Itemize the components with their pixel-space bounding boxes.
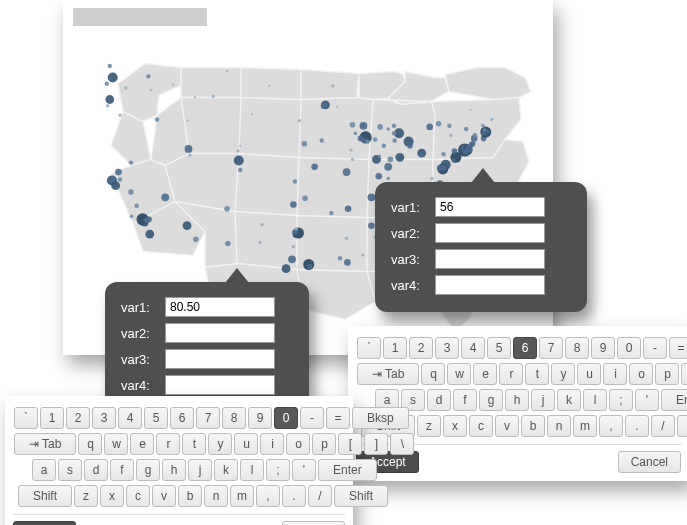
key-j[interactable]: j: [531, 389, 555, 411]
key-bksp[interactable]: Bksp: [352, 407, 409, 429]
key-9[interactable]: 9: [591, 337, 615, 359]
field-input[interactable]: [435, 275, 545, 295]
key-1[interactable]: 1: [383, 337, 407, 359]
key-k[interactable]: k: [557, 389, 581, 411]
key-k[interactable]: k: [214, 459, 238, 481]
key-[interactable]: =: [669, 337, 687, 359]
key-z[interactable]: z: [74, 485, 98, 507]
key-[interactable]: `: [14, 407, 38, 429]
key-v[interactable]: v: [495, 415, 519, 437]
key-[interactable]: .: [625, 415, 649, 437]
key-p[interactable]: p: [312, 433, 336, 455]
key-r[interactable]: r: [499, 363, 523, 385]
key-l[interactable]: l: [583, 389, 607, 411]
key-i[interactable]: i: [260, 433, 284, 455]
key-p[interactable]: p: [655, 363, 679, 385]
accept-button[interactable]: Accept: [13, 521, 76, 525]
key-n[interactable]: n: [547, 415, 571, 437]
cancel-button[interactable]: Cancel: [282, 521, 345, 525]
key-2[interactable]: 2: [66, 407, 90, 429]
key-5[interactable]: 5: [487, 337, 511, 359]
key-[interactable]: .: [282, 485, 306, 507]
field-input[interactable]: [165, 297, 275, 317]
key-2[interactable]: 2: [409, 337, 433, 359]
field-input[interactable]: [435, 223, 545, 243]
key-0[interactable]: 0: [617, 337, 641, 359]
key-0[interactable]: 0: [274, 407, 298, 429]
key-s[interactable]: s: [58, 459, 82, 481]
key-t[interactable]: t: [525, 363, 549, 385]
key-enter[interactable]: Enter: [661, 389, 687, 411]
key-h[interactable]: h: [505, 389, 529, 411]
key-d[interactable]: d: [427, 389, 451, 411]
cancel-button[interactable]: Cancel: [618, 451, 681, 473]
key-i[interactable]: i: [603, 363, 627, 385]
key-7[interactable]: 7: [196, 407, 220, 429]
key-[interactable]: ;: [266, 459, 290, 481]
key-[interactable]: ]: [364, 433, 388, 455]
field-input[interactable]: [165, 323, 275, 343]
key-e[interactable]: e: [130, 433, 154, 455]
key-[interactable]: -: [300, 407, 324, 429]
key-d[interactable]: d: [84, 459, 108, 481]
key-[interactable]: ': [292, 459, 316, 481]
key-[interactable]: =: [326, 407, 350, 429]
field-input[interactable]: [165, 375, 275, 395]
key-z[interactable]: z: [417, 415, 441, 437]
key-c[interactable]: c: [126, 485, 150, 507]
key-b[interactable]: b: [178, 485, 202, 507]
key-[interactable]: [: [681, 363, 687, 385]
key-v[interactable]: v: [152, 485, 176, 507]
key-y[interactable]: y: [208, 433, 232, 455]
key-3[interactable]: 3: [435, 337, 459, 359]
key-y[interactable]: y: [551, 363, 575, 385]
key-[interactable]: /: [308, 485, 332, 507]
key-shift[interactable]: Shift: [334, 485, 388, 507]
key-c[interactable]: c: [469, 415, 493, 437]
key-4[interactable]: 4: [118, 407, 142, 429]
key-m[interactable]: m: [230, 485, 254, 507]
key-[interactable]: \: [390, 433, 414, 455]
key-[interactable]: ,: [599, 415, 623, 437]
key-3[interactable]: 3: [92, 407, 116, 429]
key-g[interactable]: g: [479, 389, 503, 411]
key-enter[interactable]: Enter: [318, 459, 377, 481]
key-4[interactable]: 4: [461, 337, 485, 359]
key-f[interactable]: f: [453, 389, 477, 411]
field-input[interactable]: [165, 349, 275, 369]
key-1[interactable]: 1: [40, 407, 64, 429]
key-w[interactable]: w: [104, 433, 128, 455]
key-8[interactable]: 8: [565, 337, 589, 359]
key-x[interactable]: x: [100, 485, 124, 507]
key-tab[interactable]: ⇥ Tab: [357, 363, 419, 385]
key-[interactable]: ,: [256, 485, 280, 507]
key-[interactable]: `: [357, 337, 381, 359]
key-o[interactable]: o: [629, 363, 653, 385]
key-j[interactable]: j: [188, 459, 212, 481]
key-h[interactable]: h: [162, 459, 186, 481]
key-a[interactable]: a: [32, 459, 56, 481]
key-u[interactable]: u: [577, 363, 601, 385]
key-x[interactable]: x: [443, 415, 467, 437]
key-tab[interactable]: ⇥ Tab: [14, 433, 76, 455]
key-5[interactable]: 5: [144, 407, 168, 429]
key-l[interactable]: l: [240, 459, 264, 481]
key-w[interactable]: w: [447, 363, 471, 385]
key-[interactable]: /: [651, 415, 675, 437]
key-q[interactable]: q: [78, 433, 102, 455]
key-9[interactable]: 9: [248, 407, 272, 429]
key-q[interactable]: q: [421, 363, 445, 385]
key-g[interactable]: g: [136, 459, 160, 481]
key-6[interactable]: 6: [170, 407, 194, 429]
key-[interactable]: -: [643, 337, 667, 359]
key-shift[interactable]: Shift: [18, 485, 72, 507]
key-[interactable]: ': [635, 389, 659, 411]
key-m[interactable]: m: [573, 415, 597, 437]
key-r[interactable]: r: [156, 433, 180, 455]
key-n[interactable]: n: [204, 485, 228, 507]
key-shift[interactable]: Shift: [677, 415, 687, 437]
field-input[interactable]: [435, 249, 545, 269]
key-e[interactable]: e: [473, 363, 497, 385]
key-f[interactable]: f: [110, 459, 134, 481]
key-[interactable]: [: [338, 433, 362, 455]
